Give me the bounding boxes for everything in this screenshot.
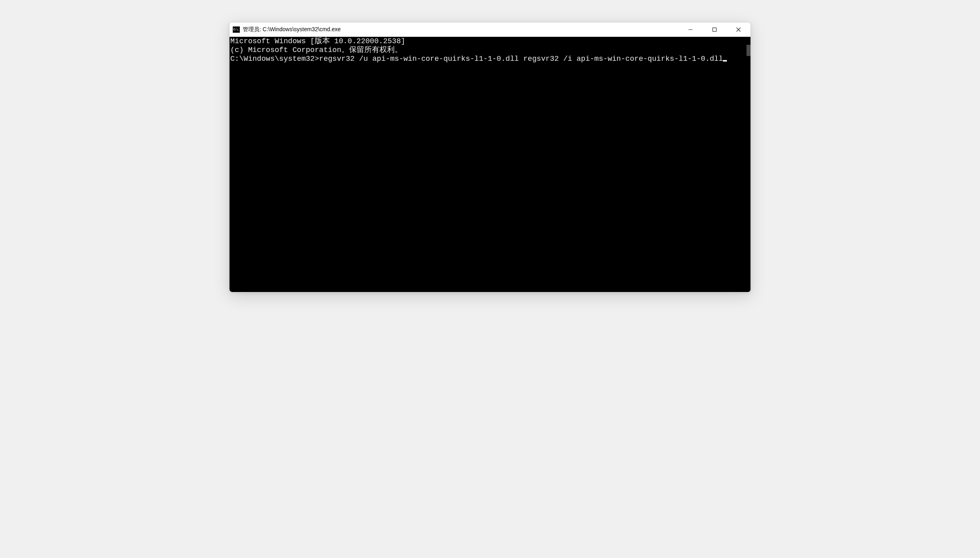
maximize-button[interactable] — [703, 22, 727, 37]
window-title: 管理员: C:\Windows\system32\cmd.exe — [243, 26, 679, 33]
titlebar[interactable]: C:\. 管理员: C:\Windows\system32\cmd.exe — [230, 22, 750, 37]
cmd-window: C:\. 管理员: C:\Windows\system32\cmd.exe — [229, 22, 751, 292]
terminal-output-line: Microsoft Windows [版本 10.0.22000.2538] — [230, 37, 750, 46]
app-icon-text: C:\. — [234, 28, 240, 31]
maximize-icon — [712, 27, 717, 32]
terminal-area[interactable]: Microsoft Windows [版本 10.0.22000.2538](c… — [230, 37, 750, 292]
terminal-prompt: C:\Windows\system32> — [230, 55, 319, 63]
minimize-icon — [688, 27, 693, 32]
svg-rect-1 — [713, 28, 717, 32]
terminal-output-line: (c) Microsoft Corporation。保留所有权利。 — [230, 46, 750, 55]
scrollbar-thumb[interactable] — [746, 45, 750, 56]
terminal-prompt-line: C:\Windows\system32>regsvr32 /u api-ms-w… — [230, 55, 727, 63]
close-button[interactable] — [727, 22, 750, 37]
terminal-cursor — [723, 60, 727, 62]
app-icon: C:\. — [233, 26, 240, 33]
terminal-content: Microsoft Windows [版本 10.0.22000.2538](c… — [230, 37, 750, 64]
terminal-command-input[interactable]: regsvr32 /u api-ms-win-core-quirks-l1-1-… — [319, 55, 723, 63]
scrollbar[interactable] — [743, 37, 750, 292]
window-controls — [679, 22, 750, 37]
close-icon — [736, 27, 741, 32]
minimize-button[interactable] — [679, 22, 703, 37]
